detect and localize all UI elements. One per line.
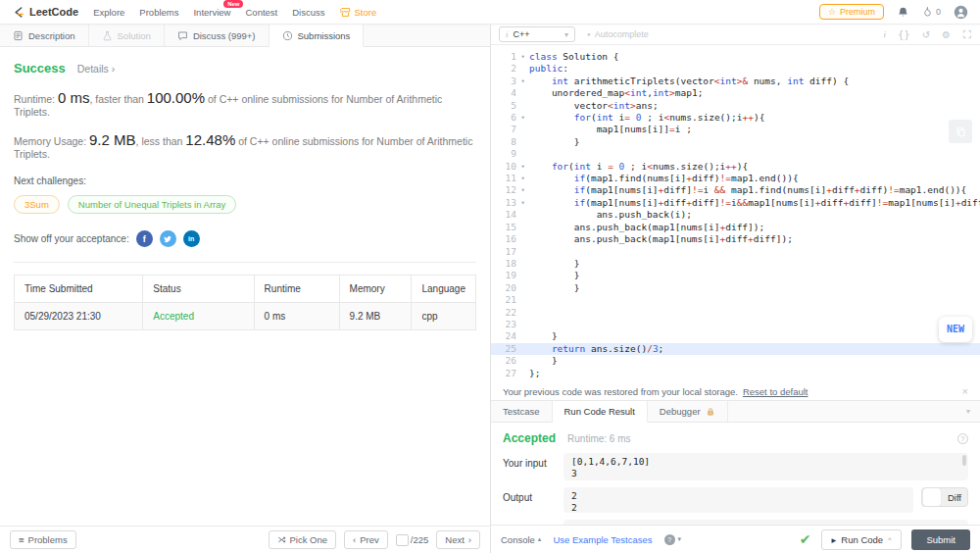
- next-button[interactable]: Next ›: [436, 530, 480, 549]
- tab-discuss-999-[interactable]: Discuss (999+): [165, 25, 270, 46]
- testcase-help-icon[interactable]: ?: [664, 534, 675, 545]
- code-line[interactable]: 12▾ if(map1[nums[i]+diff]!=i && map1.fin…: [491, 184, 980, 196]
- info-icon: i: [506, 29, 509, 39]
- editor-info-icon[interactable]: i: [883, 29, 886, 39]
- code-line[interactable]: 10▾ for(int i = 0 ; i<nums.size();i++){: [491, 161, 980, 173]
- submit-button[interactable]: Submit: [911, 529, 970, 550]
- code-line[interactable]: 27};: [491, 368, 980, 379]
- line-number: 4: [491, 87, 516, 99]
- code-line[interactable]: 13▾ if(map1[nums[i]+diff+diff]!=i&&map1[…: [491, 197, 980, 209]
- code-line[interactable]: 26 }: [491, 355, 980, 367]
- console-toggle[interactable]: Console ▴: [501, 534, 541, 545]
- code-line[interactable]: 24 }: [491, 330, 980, 342]
- expected-box[interactable]: 2 2: [564, 520, 968, 525]
- leetcode-logo[interactable]: LeetCode: [12, 6, 78, 19]
- prev-button[interactable]: ‹ Prev: [344, 530, 388, 549]
- editor-settings-icon[interactable]: ⚙: [942, 29, 951, 40]
- store-icon: [340, 7, 351, 18]
- help-icon[interactable]: ?: [957, 433, 968, 444]
- tab-submissions[interactable]: Submissions: [270, 25, 365, 47]
- fold-arrow-icon[interactable]: ▾: [516, 161, 529, 173]
- challenge-pill[interactable]: 3Sum: [14, 195, 60, 214]
- code-line[interactable]: 8 }: [491, 136, 980, 148]
- facebook-icon[interactable]: f: [136, 230, 153, 247]
- console-tab-debugger[interactable]: Debugger: [648, 401, 728, 422]
- console-tab-run-code-result[interactable]: Run Code Result: [553, 401, 648, 423]
- new-badge-button[interactable]: NEW: [939, 317, 972, 342]
- fold-spacer: [516, 100, 529, 112]
- scrollbar-thumb[interactable]: [962, 455, 966, 466]
- problem-number-input[interactable]: [396, 534, 409, 546]
- language-select[interactable]: i C++ ▾: [499, 26, 575, 42]
- code-line[interactable]: 7 map1[nums[i]]=i ;: [491, 124, 980, 135]
- line-number: 19: [491, 270, 516, 281]
- format-braces-icon[interactable]: {}: [898, 29, 910, 40]
- premium-button[interactable]: ☆ Premium: [819, 4, 884, 20]
- code-line[interactable]: 22: [491, 307, 980, 319]
- nav-item-problems[interactable]: Problems: [139, 7, 178, 18]
- output-box[interactable]: 2 2: [564, 487, 913, 513]
- details-link[interactable]: Details ›: [77, 63, 116, 75]
- code-line[interactable]: 11▾ if(map1.find(nums[i]+diff)!=map1.end…: [491, 173, 980, 184]
- code-text: }: [529, 355, 980, 367]
- fold-arrow-icon[interactable]: ▾: [516, 184, 529, 196]
- code-line[interactable]: 14 ans.push_back(i);: [491, 209, 980, 221]
- code-line[interactable]: 23: [491, 319, 980, 330]
- code-line[interactable]: 21: [491, 294, 980, 306]
- run-code-button[interactable]: ▸ Run Code ^: [821, 529, 903, 550]
- problems-button[interactable]: ≡ Problems: [10, 530, 76, 549]
- fold-arrow-icon[interactable]: ▾: [516, 197, 529, 209]
- challenge-pill[interactable]: Number of Unequal Triplets in Array: [68, 195, 236, 214]
- use-example-testcases-link[interactable]: Use Example Testcases: [553, 534, 652, 545]
- collapse-console-icon[interactable]: ▾: [966, 401, 980, 422]
- tab-solution[interactable]: Solution: [89, 25, 165, 46]
- nav-item-store[interactable]: Store: [340, 7, 377, 18]
- table-header-time-submitted: Time Submitted: [15, 276, 143, 303]
- fold-arrow-icon[interactable]: ▾: [516, 112, 529, 124]
- fold-arrow-icon[interactable]: ▾: [516, 75, 529, 87]
- code-editor[interactable]: 1▾class Solution {2public:3▾ int arithme…: [491, 45, 980, 382]
- line-number: 14: [491, 209, 516, 221]
- io-row: Expected2 2: [503, 520, 968, 525]
- autocomplete-toggle[interactable]: ● Autocomplete: [587, 29, 649, 39]
- your-input-box[interactable]: [0,1,4,6,7,10] 3 [0,1,4,6,7,10]: [564, 453, 968, 480]
- code-line[interactable]: 3▾ int arithmeticTriplets(vector<int>& n…: [491, 75, 980, 87]
- code-line[interactable]: 5 vector<int>ans;: [491, 100, 980, 112]
- code-line[interactable]: 17: [491, 246, 980, 258]
- notifications-bell-icon[interactable]: [897, 6, 909, 19]
- daily-streak[interactable]: 0: [922, 6, 941, 19]
- table-row[interactable]: 05/29/2023 21:30Accepted0 ms9.2 MBcpp: [15, 303, 476, 330]
- code-line[interactable]: 4 unordered_map<int,int>map1;: [491, 87, 980, 99]
- reset-to-default-link[interactable]: Reset to default: [743, 386, 808, 397]
- fullscreen-icon[interactable]: [962, 29, 972, 39]
- nav-item-explore[interactable]: Explore: [93, 7, 124, 18]
- nav-item-discuss[interactable]: Discuss: [292, 7, 324, 18]
- tab-description[interactable]: Description: [0, 25, 89, 46]
- code-line[interactable]: 16 ans.push_back(map1[nums[i]+diff+diff]…: [491, 233, 980, 245]
- code-line[interactable]: 9: [491, 148, 980, 160]
- fold-arrow-icon[interactable]: ▾: [516, 173, 529, 184]
- diff-toggle[interactable]: Diff: [921, 487, 968, 507]
- twitter-icon[interactable]: [160, 230, 176, 247]
- code-line[interactable]: 15 ans.push_back(map1[nums[i]+diff]);: [491, 222, 980, 233]
- pick-one-button[interactable]: Pick One: [269, 530, 337, 549]
- nav-item-interview[interactable]: InterviewNew: [193, 7, 230, 18]
- diff-toggle-knob[interactable]: [923, 488, 941, 506]
- linkedin-icon[interactable]: in: [183, 230, 200, 247]
- code-line[interactable]: 2public:: [491, 63, 980, 75]
- copy-code-button[interactable]: [949, 120, 972, 143]
- reset-code-icon[interactable]: ↺: [922, 29, 930, 40]
- nav-item-contest[interactable]: Contest: [245, 7, 277, 18]
- fold-arrow-icon[interactable]: ▾: [516, 51, 529, 63]
- code-line[interactable]: 1▾class Solution {: [491, 51, 980, 63]
- code-text: if(map1.find(nums[i]+diff)!=map1.end()){: [529, 173, 980, 184]
- code-line[interactable]: 25 return ans.size()/3;: [491, 343, 980, 355]
- code-line[interactable]: 19 }: [491, 270, 980, 281]
- close-icon[interactable]: ×: [962, 385, 968, 397]
- code-line[interactable]: 6▾ for(int i= 0 ; i<nums.size();i++){: [491, 112, 980, 124]
- console-tab-testcase[interactable]: Testcase: [491, 401, 553, 422]
- avatar[interactable]: [954, 5, 968, 20]
- code-line[interactable]: 20 }: [491, 282, 980, 294]
- code-text: ans.push_back(map1[nums[i]+diff+diff]);: [529, 233, 980, 245]
- code-line[interactable]: 18 }: [491, 258, 980, 270]
